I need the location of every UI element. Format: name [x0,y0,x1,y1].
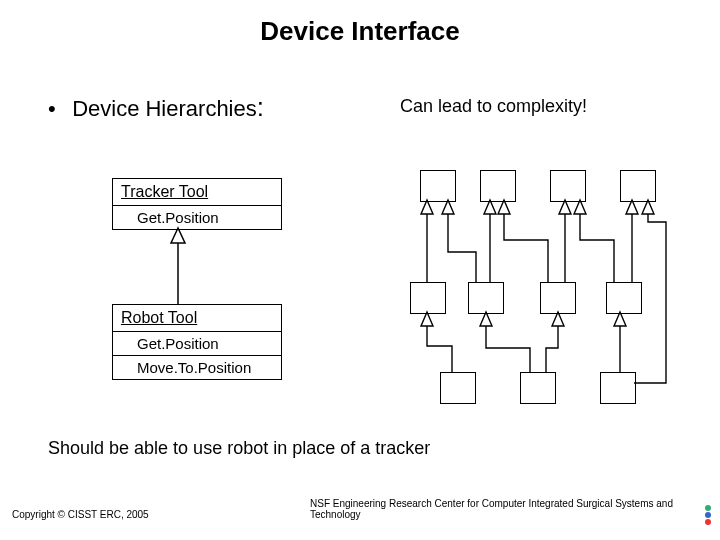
bullet-text: Device Hierarchies [72,96,257,121]
bullet-colon: : [257,92,264,122]
graph-edges [0,0,720,540]
logo-icon [704,504,712,526]
inheritance-arrow-left [0,0,720,540]
tracker-op-getposition: Get.Position [113,206,281,229]
graph-node-m2 [468,282,504,314]
graph-node-t1 [420,170,456,202]
graph-node-m1 [410,282,446,314]
graph-node-t2 [480,170,516,202]
conclusion-text: Should be able to use robot in place of … [48,438,430,459]
tracker-class-box: Tracker Tool Get.Position [112,178,282,230]
bullet-device-hierarchies: • Device Hierarchies: [48,92,264,123]
graph-node-m4 [606,282,642,314]
copyright: Copyright © CISST ERC, 2005 [12,509,149,520]
bullet-dot: • [48,96,66,122]
svg-marker-1 [171,228,185,243]
robot-op-movetoposition: Move.To.Position [113,356,281,379]
graph-node-t4 [620,170,656,202]
graph-node-b2 [520,372,556,404]
robot-op-getposition: Get.Position [113,332,281,356]
graph-node-m3 [540,282,576,314]
slide-title: Device Interface [0,16,720,47]
robot-class-name: Robot Tool [113,305,281,332]
robot-class-box: Robot Tool Get.Position Move.To.Position [112,304,282,380]
tracker-class-name: Tracker Tool [113,179,281,206]
graph-node-b3 [600,372,636,404]
graph-node-t3 [550,170,586,202]
graph-node-b1 [440,372,476,404]
complexity-caption: Can lead to complexity! [400,96,587,117]
center-credit: NSF Engineering Research Center for Comp… [310,498,720,520]
